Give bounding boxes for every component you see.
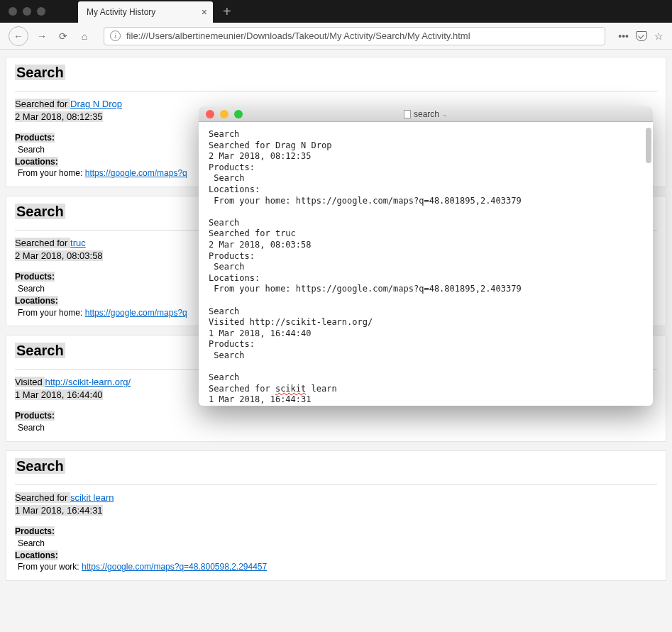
text-editor-window[interactable]: search ⌄ Search Searched for Drag N Drop…: [199, 106, 653, 406]
products-label: Products:: [15, 272, 55, 282]
reload-button[interactable]: ⟳: [55, 26, 71, 46]
locations-link[interactable]: https://google.com/maps?q=48.800598,2.29…: [82, 562, 267, 572]
card-heading: Search: [15, 343, 65, 358]
new-tab-button[interactable]: +: [213, 4, 231, 20]
action-link[interactable]: Drag N Drop: [70, 99, 122, 109]
divider: [15, 484, 657, 485]
editor-zoom-button[interactable]: [234, 110, 243, 118]
editor-close-button[interactable]: [206, 110, 214, 118]
activity-card: Search Searched for scikit learn 1 Mar 2…: [6, 450, 666, 581]
locations-label: Locations:: [15, 296, 58, 306]
editor-title-text: search: [414, 109, 439, 119]
bookmark-star-icon[interactable]: ☆: [654, 31, 663, 42]
home-button[interactable]: ⌂: [77, 26, 92, 46]
action-link[interactable]: http://scikit-learn.org/: [45, 377, 131, 387]
activity-action: Searched for scikit learn: [15, 492, 657, 503]
activity-timestamp: 2 Mar 2018, 08:12:35: [15, 111, 103, 122]
card-heading: Search: [15, 458, 65, 474]
zoom-window-button[interactable]: [37, 7, 45, 16]
action-prefix: Searched for: [15, 492, 70, 503]
locations-label: Locations:: [15, 157, 58, 167]
back-button[interactable]: ←: [9, 26, 28, 46]
tab-title: My Activity History: [87, 7, 155, 17]
locations-label: Locations:: [15, 550, 58, 560]
action-prefix: Searched for: [15, 99, 70, 109]
editor-titlebar[interactable]: search ⌄: [199, 106, 653, 122]
divider: [15, 91, 657, 92]
activity-timestamp: 2 Mar 2018, 08:03:58: [15, 250, 103, 261]
close-window-button[interactable]: [9, 7, 17, 16]
close-tab-icon[interactable]: ×: [202, 6, 207, 18]
editor-text-area[interactable]: Search Searched for Drag N Drop 2 Mar 20…: [199, 122, 653, 406]
url-bar[interactable]: i file:///Users/albertinemeunier/Downloa…: [104, 27, 605, 45]
locations-link[interactable]: https://google.com/maps?q: [85, 308, 187, 318]
locations-prefix: From your home:: [18, 308, 85, 318]
locations-link[interactable]: https://google.com/maps?q: [85, 168, 187, 178]
editor-scrollbar[interactable]: [646, 128, 651, 163]
editor-minimize-button[interactable]: [220, 110, 228, 118]
browser-toolbar: ← → ⟳ ⌂ i file:///Users/albertinemeunier…: [0, 23, 672, 50]
more-icon[interactable]: •••: [618, 31, 629, 42]
action-prefix: Visited: [15, 377, 45, 387]
card-heading: Search: [15, 65, 65, 80]
pocket-icon[interactable]: [636, 31, 647, 41]
editor-traffic-lights: [199, 110, 243, 118]
forward-button[interactable]: →: [34, 26, 50, 46]
card-heading: Search: [15, 204, 65, 219]
products-value: Search: [18, 538, 45, 548]
products-label: Products:: [15, 526, 55, 536]
action-link[interactable]: truc: [70, 238, 86, 248]
url-text: file:///Users/albertinemeunier/Downloads…: [126, 31, 470, 41]
activity-timestamp: 1 Mar 2018, 16:44:40: [15, 389, 103, 400]
toolbar-right: ••• ☆: [611, 31, 663, 42]
products-value: Search: [18, 423, 45, 433]
products-label: Products:: [15, 133, 55, 143]
locations-prefix: From your home:: [18, 168, 85, 178]
activity-meta: Products: Search: [15, 410, 657, 434]
window-traffic-lights: [0, 7, 45, 16]
products-value: Search: [18, 145, 45, 155]
editor-title: search ⌄: [199, 109, 653, 119]
activity-timestamp: 1 Mar 2018, 16:44:31: [15, 505, 103, 516]
action-prefix: Searched for: [15, 238, 70, 248]
document-icon: [404, 110, 411, 118]
products-value: Search: [18, 284, 45, 294]
products-label: Products:: [15, 411, 55, 421]
browser-tabs: My Activity History × +: [0, 0, 672, 23]
action-link[interactable]: scikit learn: [70, 492, 114, 503]
chevron-down-icon[interactable]: ⌄: [442, 111, 448, 118]
browser-tab[interactable]: My Activity History ×: [78, 1, 213, 23]
activity-meta: Products: Search Locations: From your wo…: [15, 526, 657, 573]
locations-prefix: From your work:: [18, 562, 82, 572]
minimize-window-button[interactable]: [23, 7, 31, 16]
site-info-icon[interactable]: i: [110, 31, 121, 41]
